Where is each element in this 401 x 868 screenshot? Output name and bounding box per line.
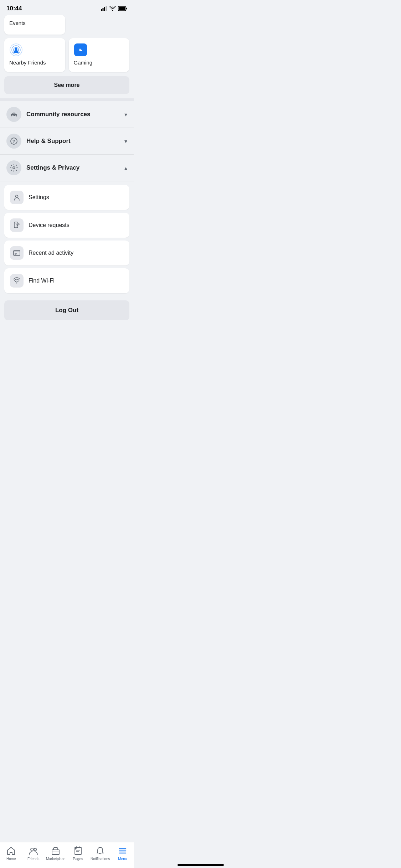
- settings-item-icon: [10, 191, 24, 204]
- log-out-button[interactable]: Log Out: [4, 300, 129, 320]
- svg-rect-23: [14, 250, 20, 255]
- settings-item[interactable]: Settings: [4, 185, 129, 210]
- nearby-friends-label: Nearby Friends: [9, 60, 60, 66]
- events-card[interactable]: Events: [4, 15, 65, 35]
- recent-ad-activity-item[interactable]: Recent ad activity: [4, 241, 129, 265]
- settings-privacy-section[interactable]: Settings & Privacy ▴: [0, 155, 134, 181]
- community-chevron-icon: ▾: [124, 111, 127, 118]
- svg-point-22: [17, 224, 18, 226]
- svg-point-17: [13, 167, 15, 169]
- status-icons: [101, 6, 127, 11]
- svg-rect-1: [103, 8, 104, 11]
- community-icon: [6, 107, 21, 122]
- help-icon: ?: [6, 134, 21, 149]
- nearby-friends-icon: [9, 43, 23, 57]
- nearby-friends-icon-wrapper: [9, 43, 23, 57]
- help-support-label: Help & Support: [26, 138, 71, 145]
- section-divider: [0, 98, 134, 101]
- svg-point-10: [15, 48, 17, 51]
- settings-gear-icon: [6, 160, 21, 175]
- settings-privacy-label: Settings & Privacy: [26, 164, 79, 171]
- find-wifi-item[interactable]: Find Wi-Fi: [4, 268, 129, 293]
- events-label: Events: [9, 20, 60, 26]
- status-time: 10:44: [6, 5, 22, 12]
- gaming-label: Gaming: [74, 60, 125, 66]
- community-resources-section[interactable]: Community resources ▾: [0, 101, 134, 128]
- settings-item-label: Settings: [29, 194, 49, 201]
- svg-point-27: [16, 283, 17, 284]
- device-requests-label: Device requests: [29, 222, 70, 228]
- svg-rect-5: [126, 8, 127, 10]
- device-requests-icon: [10, 218, 24, 232]
- find-wifi-icon: [10, 274, 24, 288]
- svg-rect-6: [119, 7, 125, 10]
- find-wifi-label: Find Wi-Fi: [29, 278, 55, 284]
- nearby-friends-card[interactable]: Nearby Friends: [4, 38, 65, 72]
- settings-chevron-icon: ▴: [124, 165, 127, 171]
- help-chevron-icon: ▾: [124, 138, 127, 145]
- device-requests-item[interactable]: Device requests: [4, 213, 129, 238]
- gaming-icon-wrapper: [74, 43, 87, 57]
- battery-icon: [118, 6, 127, 11]
- signal-icon: [101, 6, 107, 11]
- cards-section: Events Nearby Friends: [0, 15, 134, 76]
- gaming-icon: [74, 43, 87, 56]
- svg-rect-0: [101, 9, 102, 11]
- community-resources-label: Community resources: [26, 111, 91, 118]
- recent-ad-activity-label: Recent ad activity: [29, 250, 73, 256]
- svg-text:?: ?: [12, 139, 15, 144]
- settings-sub-items: Settings Device requests Recent ad: [0, 181, 134, 297]
- svg-rect-3: [106, 6, 107, 11]
- svg-point-20: [16, 227, 16, 227]
- gaming-card[interactable]: Gaming: [69, 38, 130, 72]
- recent-ad-activity-icon: [10, 246, 24, 260]
- see-more-button[interactable]: See more: [4, 76, 129, 94]
- svg-point-18: [16, 195, 18, 198]
- svg-rect-2: [104, 7, 105, 11]
- help-support-section[interactable]: ? Help & Support ▾: [0, 128, 134, 155]
- status-bar: 10:44: [0, 0, 134, 15]
- wifi-icon: [109, 6, 116, 11]
